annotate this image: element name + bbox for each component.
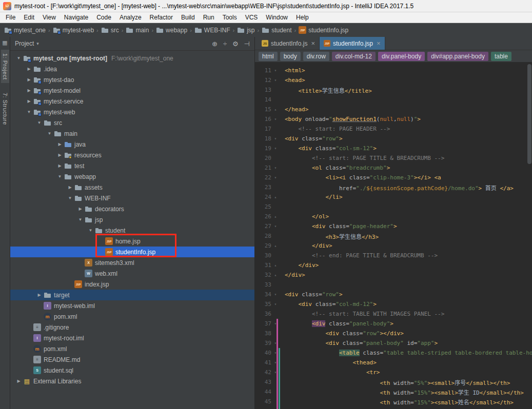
tree-item-pom-xml[interactable]: mpom.xml bbox=[10, 311, 254, 322]
tree-item-resources[interactable]: ▶resources bbox=[10, 150, 254, 160]
code-line-20[interactable]: 20 <!-- start: PAGE TITLE & BREADCRUMB -… bbox=[255, 153, 532, 163]
code-line-16[interactable]: 16▾<body onload="showFunction1(null,null… bbox=[255, 114, 532, 124]
chevron-expanded-icon[interactable]: ▼ bbox=[35, 120, 44, 125]
chevron-collapsed-icon[interactable]: ▶ bbox=[25, 77, 33, 82]
code-line-24[interactable]: 24▴ </li> bbox=[255, 192, 532, 202]
nav-item-main[interactable]: main bbox=[126, 26, 149, 34]
menu-run[interactable]: Run bbox=[199, 13, 219, 22]
breadcrumb-div-row[interactable]: div.row bbox=[303, 52, 329, 61]
tree-item-web-xml[interactable]: Wweb.xml bbox=[10, 268, 254, 279]
chevron-collapsed-icon[interactable]: ▶ bbox=[14, 379, 23, 383]
breadcrumb-html[interactable]: html bbox=[259, 52, 278, 61]
code-line-45[interactable]: 45 <th width="15%"><small>姓名</small></th… bbox=[255, 397, 532, 406]
menu-build[interactable]: Build bbox=[177, 13, 199, 22]
editor-tab-studentinfo-js[interactable]: JSstudentInfo.js× bbox=[258, 37, 320, 50]
code-line-21[interactable]: 21▾ <ol class="breadcrumb"> bbox=[255, 163, 532, 173]
chevron-expanded-icon[interactable]: ▼ bbox=[66, 196, 74, 200]
tree-item-mytest-dao[interactable]: ▶mytest-dao bbox=[10, 74, 254, 85]
code-line-26[interactable]: 26▴ </ol> bbox=[255, 212, 532, 221]
tree-item-home-jsp[interactable]: JSPhome.jsp bbox=[10, 236, 254, 247]
nav-item-student[interactable]: student bbox=[262, 26, 291, 34]
breadcrumb-div-panel-body[interactable]: div.panel-body bbox=[378, 52, 425, 61]
nav-item-studentinfo-jsp[interactable]: JSPstudentInfo.jsp bbox=[299, 26, 348, 34]
tree-item-external-libraries[interactable]: ▶▤External Libraries bbox=[10, 376, 254, 386]
code-line-32[interactable]: 32▴</div> bbox=[255, 270, 532, 280]
code-line-37[interactable]: 37▾ <div class="panel-body"> bbox=[255, 319, 532, 329]
code-line-31[interactable]: 31▴ </div> bbox=[255, 260, 532, 270]
tool-button-1-project[interactable]: 1: Project bbox=[1, 50, 9, 83]
locate-icon[interactable]: ⊕ bbox=[212, 40, 218, 48]
tree-item-readme-md[interactable]: ≡README.md bbox=[10, 354, 254, 365]
menu-window[interactable]: Window bbox=[262, 13, 292, 22]
tree-item-web-inf[interactable]: ▼WEB-INF bbox=[10, 193, 254, 203]
tree-item-assets[interactable]: ▶assets bbox=[10, 182, 254, 193]
tree-item-target[interactable]: ▶target bbox=[10, 290, 254, 300]
nav-item-webapp[interactable]: webapp bbox=[156, 26, 187, 34]
code-line-42[interactable]: 42▾ <tr> bbox=[255, 367, 532, 377]
code-line-18[interactable]: 18▾<div class="row"> bbox=[255, 134, 532, 144]
code-editor[interactable]: 11▾<html>12▾<head>13 <title>学生信息</title>… bbox=[255, 63, 532, 409]
chevron-collapsed-icon[interactable]: ▶ bbox=[76, 207, 85, 211]
chevron-collapsed-icon[interactable]: ▶ bbox=[25, 67, 33, 71]
project-panel-title[interactable]: Project bbox=[15, 40, 34, 47]
code-line-27[interactable]: 27▾ <div class="page-header"> bbox=[255, 221, 532, 231]
code-line-33[interactable]: 33 bbox=[255, 280, 532, 290]
chevron-collapsed-icon[interactable]: ▶ bbox=[55, 163, 64, 168]
chevron-expanded-icon[interactable]: ▼ bbox=[45, 131, 54, 136]
tree-item-decorators[interactable]: ▶decorators bbox=[10, 203, 254, 214]
code-line-40[interactable]: 40▾ <table class="table table-striped ta… bbox=[255, 348, 532, 358]
code-line-25[interactable]: 25 bbox=[255, 202, 532, 212]
code-line-11[interactable]: 11▾<html> bbox=[255, 66, 532, 75]
code-line-14[interactable]: 14 bbox=[255, 95, 532, 105]
nav-item-web-inf[interactable]: WEB-INF bbox=[194, 26, 230, 34]
tree-item-mytest-root-iml[interactable]: Imytest-root.iml bbox=[10, 333, 254, 343]
breadcrumb-div-app-panel-body[interactable]: div#app.panel-body bbox=[427, 52, 488, 61]
chevron-expanded-icon[interactable]: ▼ bbox=[25, 110, 33, 114]
tree-item-student-sql[interactable]: Sstudent.sql bbox=[10, 365, 254, 376]
menu-refactor[interactable]: Refactor bbox=[146, 13, 177, 22]
breadcrumb-body[interactable]: body bbox=[280, 52, 301, 61]
code-line-39[interactable]: 39▾ <div class="panel-body" id="app"> bbox=[255, 338, 532, 348]
chevron-expanded-icon[interactable]: ▼ bbox=[14, 56, 23, 60]
nav-item-mytest-web[interactable]: mytest-web bbox=[53, 26, 94, 34]
tool-button-7-structure[interactable]: 7: Structure bbox=[1, 89, 9, 129]
tree-item-student[interactable]: ▼student bbox=[10, 225, 254, 236]
tree-item-mytest-web[interactable]: ▼mytest-web bbox=[10, 107, 254, 117]
settings-icon[interactable]: ⚙ bbox=[232, 40, 239, 48]
tree-item-index-jsp[interactable]: JSPindex.jsp bbox=[10, 279, 254, 290]
tool-window-switcher-icon[interactable]: ▦ bbox=[2, 39, 7, 46]
tree-item-main[interactable]: ▼main bbox=[10, 128, 254, 139]
tree-item-webapp[interactable]: ▼webapp bbox=[10, 171, 254, 182]
tree-item-mytest-model[interactable]: ▶mytest-model bbox=[10, 85, 254, 96]
tree-item-java[interactable]: ▶java bbox=[10, 139, 254, 150]
chevron-expanded-icon[interactable]: ▼ bbox=[86, 228, 95, 233]
code-line-29[interactable]: 29▴ </div> bbox=[255, 241, 532, 251]
tree-item-mytest-web-iml[interactable]: Imytest-web.iml bbox=[10, 300, 254, 311]
code-line-28[interactable]: 28 <h3>学生信息</h3> bbox=[255, 231, 532, 241]
code-line-34[interactable]: 34▾<div class="row"> bbox=[255, 290, 532, 299]
hide-icon[interactable]: ⊣ bbox=[244, 40, 250, 48]
nav-item-src[interactable]: src bbox=[101, 26, 119, 34]
code-line-12[interactable]: 12▾<head> bbox=[255, 75, 532, 85]
tree-item-test[interactable]: ▶test bbox=[10, 160, 254, 171]
code-line-13[interactable]: 13 <title>学生信息</title> bbox=[255, 85, 532, 95]
code-line-36[interactable]: 36 <!-- start: TABLE WITH IMAGES PANEL -… bbox=[255, 309, 532, 319]
chevron-expanded-icon[interactable]: ▼ bbox=[55, 174, 64, 179]
menu-view[interactable]: View bbox=[38, 13, 60, 22]
nav-item-mytest-one[interactable]: mytest_one bbox=[4, 26, 46, 34]
chevron-expanded-icon[interactable]: ▼ bbox=[76, 217, 85, 222]
chevron-down-icon[interactable]: ▾ bbox=[36, 41, 39, 46]
breadcrumb-table[interactable]: table bbox=[491, 52, 511, 61]
tree-item-mytest-service[interactable]: ▶mytest-service bbox=[10, 96, 254, 107]
scrollbar-thumb[interactable] bbox=[527, 64, 531, 164]
collapse-all-icon[interactable]: ÷ bbox=[223, 40, 227, 48]
menu-vcs[interactable]: VCS bbox=[241, 13, 262, 22]
tree-item-pom-xml[interactable]: mpom.xml bbox=[10, 343, 254, 354]
tree-item-mytest-one-mytest-root[interactable]: ▼mytest_one [mytest-root]F:\work\git\myt… bbox=[10, 53, 254, 64]
chevron-collapsed-icon[interactable]: ▶ bbox=[25, 99, 33, 104]
code-line-15[interactable]: 15▴</head> bbox=[255, 105, 532, 114]
chevron-collapsed-icon[interactable]: ▶ bbox=[55, 153, 64, 157]
chevron-collapsed-icon[interactable]: ▶ bbox=[66, 185, 74, 190]
code-line-44[interactable]: 44 <th width="15%"><small>学生 ID</small><… bbox=[255, 387, 532, 397]
menu-tools[interactable]: Tools bbox=[219, 13, 241, 22]
